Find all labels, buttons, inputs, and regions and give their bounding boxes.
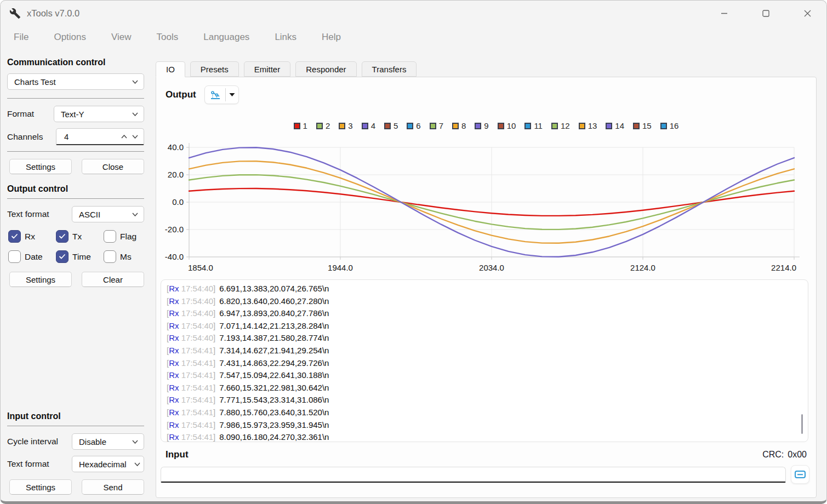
input-settings-button[interactable]: Settings xyxy=(9,479,72,495)
checkbox-box xyxy=(104,230,116,243)
legend-swatch xyxy=(430,123,436,129)
maximize-button[interactable] xyxy=(756,5,775,21)
checkbox-tx[interactable]: Tx xyxy=(56,230,104,243)
legend-swatch xyxy=(551,123,558,129)
input-format-button[interactable] xyxy=(791,465,809,484)
rx-tag: Rx xyxy=(169,370,179,380)
tab-responder[interactable]: Responder xyxy=(295,61,356,77)
legend-item-3[interactable]: 3 xyxy=(339,121,352,130)
timestamp: 17:54:40 xyxy=(179,333,214,342)
log-row: [Rx 17:54:40]6.691,13.383,20.074,26.765\… xyxy=(167,283,808,295)
legend-label: 5 xyxy=(393,121,398,130)
rx-tag: Rx xyxy=(169,383,179,392)
legend-item-5[interactable]: 5 xyxy=(384,121,398,130)
output-control-heading: Output control xyxy=(7,184,144,194)
bracket: ] xyxy=(213,420,215,429)
comm-settings-button[interactable]: Settings xyxy=(9,159,72,174)
checkbox-time[interactable]: Time xyxy=(56,250,104,263)
input-field[interactable] xyxy=(161,467,786,483)
comm-close-button[interactable]: Close xyxy=(82,159,144,174)
legend-swatch xyxy=(362,123,368,129)
tab-bar: IOPresetsEmitterResponderTransfers xyxy=(156,61,417,77)
chart-type-button[interactable] xyxy=(204,85,239,104)
log-row: [Rx 17:54:41]7.314,14.627,21.941,29.254\… xyxy=(167,345,808,357)
tab-transfers[interactable]: Transfers xyxy=(362,61,417,77)
legend-item-8[interactable]: 8 xyxy=(452,121,466,130)
rx-tag: Rx xyxy=(169,333,179,342)
legend-swatch xyxy=(524,123,531,129)
log-scrollbar[interactable] xyxy=(801,414,803,434)
timestamp: 17:54:40 xyxy=(179,308,214,318)
timestamp: 17:54:41 xyxy=(179,383,214,392)
log-row: [Rx 17:54:40]7.071,14.142,21.213,28.284\… xyxy=(167,320,808,333)
chevron-down-icon xyxy=(132,213,138,216)
legend-swatch xyxy=(579,123,585,129)
tab-emitter[interactable]: Emitter xyxy=(244,61,291,77)
bracket: ] xyxy=(213,408,215,417)
tab-presets[interactable]: Presets xyxy=(190,61,239,77)
divider xyxy=(225,88,226,101)
menu-item-options[interactable]: Options xyxy=(54,32,86,43)
close-button[interactable] xyxy=(798,5,817,21)
menu-item-file[interactable]: File xyxy=(14,32,28,43)
output-log[interactable]: [Rx 17:54:40]6.691,13.383,20.074,26.765\… xyxy=(161,279,808,442)
menu-item-languages[interactable]: Languages xyxy=(203,32,249,43)
log-data: 7.431,14.863,22.294,29.726\n xyxy=(219,358,329,368)
log-row: [Rx 17:54:41]7.880,15.760,23.640,31.520\… xyxy=(167,406,808,419)
cycle-interval-select[interactable]: Disable xyxy=(72,433,144,450)
legend-swatch xyxy=(294,123,300,129)
legend-item-15[interactable]: 15 xyxy=(633,121,652,130)
svg-text:1944.0: 1944.0 xyxy=(328,263,353,272)
checkbox-label: Date xyxy=(25,252,43,262)
input-send-button[interactable]: Send xyxy=(82,479,144,495)
legend-label: 10 xyxy=(507,121,516,130)
output-text-format-select[interactable]: ASCII xyxy=(72,206,144,222)
svg-text:-40.0: -40.0 xyxy=(165,252,184,261)
svg-text:40.0: 40.0 xyxy=(168,142,184,152)
output-clear-button[interactable]: Clear xyxy=(82,272,144,287)
legend-label: 9 xyxy=(484,121,488,130)
menu-item-tools[interactable]: Tools xyxy=(157,32,179,43)
menu-item-links[interactable]: Links xyxy=(275,32,296,43)
bracket: ] xyxy=(213,296,215,306)
legend-label: 16 xyxy=(670,121,679,130)
device-select[interactable]: Charts Test xyxy=(7,73,144,90)
legend-item-9[interactable]: 9 xyxy=(475,121,488,130)
menu-item-view[interactable]: View xyxy=(111,32,132,43)
input-text-format-select[interactable]: Hexadecimal xyxy=(72,456,144,472)
svg-text:2034.0: 2034.0 xyxy=(479,263,504,272)
legend-item-1[interactable]: 1 xyxy=(294,121,307,130)
legend-item-4[interactable]: 4 xyxy=(362,121,375,130)
timestamp: 17:54:41 xyxy=(179,408,214,417)
legend-item-11[interactable]: 11 xyxy=(524,121,543,130)
legend-item-10[interactable]: 10 xyxy=(498,121,516,130)
timestamp: 17:54:41 xyxy=(179,432,214,442)
legend-item-7[interactable]: 7 xyxy=(430,121,443,130)
checkbox-flag[interactable]: Flag xyxy=(104,230,145,243)
legend-item-2[interactable]: 2 xyxy=(316,121,330,130)
legend-label: 2 xyxy=(326,121,330,130)
bracket: ] xyxy=(213,395,215,404)
legend-item-12[interactable]: 12 xyxy=(551,121,570,130)
tab-io[interactable]: IO xyxy=(156,61,185,77)
menu-item-help[interactable]: Help xyxy=(322,32,341,43)
timestamp: 17:54:41 xyxy=(179,370,214,380)
rx-tag: Rx xyxy=(169,346,179,355)
checkbox-ms[interactable]: Ms xyxy=(104,250,145,263)
checkbox-date[interactable]: Date xyxy=(8,250,56,263)
legend-item-16[interactable]: 16 xyxy=(660,121,679,130)
communication-control-heading: Communication control xyxy=(7,58,144,67)
legend-swatch xyxy=(407,123,413,129)
bracket: ] xyxy=(213,333,215,342)
legend-swatch xyxy=(384,123,391,129)
channels-stepper[interactable]: 4 xyxy=(56,128,144,145)
checkbox-rx[interactable]: Rx xyxy=(8,230,56,243)
legend-item-6[interactable]: 6 xyxy=(407,121,420,130)
output-settings-button[interactable]: Settings xyxy=(9,272,72,287)
minimize-button[interactable] xyxy=(715,5,733,21)
legend-item-13[interactable]: 13 xyxy=(579,121,597,130)
channels-label: Channels xyxy=(7,132,43,142)
svg-text:-20.0: -20.0 xyxy=(165,225,184,234)
legend-item-14[interactable]: 14 xyxy=(606,121,624,130)
format-select[interactable]: Text-Y xyxy=(54,106,144,122)
